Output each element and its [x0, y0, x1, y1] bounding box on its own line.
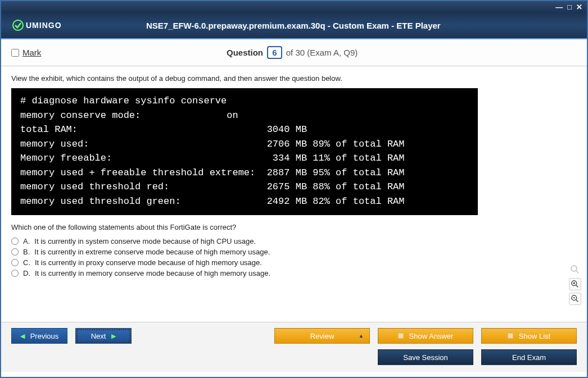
zoom-out-icon[interactable] — [569, 293, 581, 305]
save-session-button[interactable]: Save Session — [378, 349, 473, 365]
triangle-up-icon: ▲ — [359, 333, 364, 339]
svg-line-4 — [576, 285, 578, 288]
footer: ◀Previous Next▶ Review▲ Show Answer Show… — [1, 322, 587, 372]
radio-c[interactable] — [11, 259, 19, 266]
show-list-button[interactable]: Show List — [481, 328, 577, 344]
app-header: UMINGO NSE7_EFW-6.0.prepaway.premium.exa… — [1, 12, 587, 39]
option-letter: C. — [23, 258, 30, 267]
svg-line-8 — [576, 300, 578, 302]
option-text: It is currently in proxy conserve mode b… — [35, 258, 262, 267]
question-header: Mark Question 6 of 30 (Exam A, Q9) — [1, 39, 587, 66]
minimize-icon[interactable]: — — [555, 3, 563, 11]
btn-label: Show Answer — [409, 332, 454, 340]
chevron-left-icon: ◀ — [20, 333, 25, 340]
option-text: It is currently in system conserve mode … — [34, 237, 256, 245]
svg-point-1 — [571, 266, 577, 271]
logo-text: UMINGO — [26, 21, 62, 30]
stop-icon — [508, 333, 513, 339]
zoom-in-icon[interactable] — [569, 278, 581, 290]
btn-label: Review — [310, 332, 334, 340]
option-text: It is currently in extreme conserve mode… — [34, 248, 270, 256]
zoom-controls — [569, 263, 581, 305]
radio-d[interactable] — [11, 270, 19, 277]
chevron-right-icon: ▶ — [111, 333, 116, 340]
btn-label: Previous — [30, 332, 59, 340]
stop-icon — [398, 333, 404, 339]
btn-label: Show List — [519, 332, 550, 340]
question-content: View the exhibit, which contains the out… — [1, 66, 587, 322]
next-button[interactable]: Next▶ — [75, 328, 132, 344]
question-label: Question — [227, 48, 263, 57]
exhibit-terminal: # diagnose hardware sysinfo conserve mem… — [11, 88, 478, 215]
svg-point-0 — [13, 20, 23, 30]
end-exam-button[interactable]: End Exam — [481, 349, 577, 365]
answer-options: A. It is currently in system conserve mo… — [11, 237, 577, 277]
mark-label[interactable]: Mark — [22, 48, 41, 57]
show-answer-button[interactable]: Show Answer — [378, 328, 473, 344]
review-button[interactable]: Review▲ — [274, 328, 370, 344]
checkmark-icon — [12, 20, 24, 31]
btn-label: Next — [91, 332, 106, 340]
option-a[interactable]: A. It is currently in system conserve mo… — [11, 237, 577, 245]
svg-line-2 — [576, 271, 578, 273]
option-c[interactable]: C. It is currently in proxy conserve mod… — [11, 258, 577, 267]
previous-button[interactable]: ◀Previous — [11, 328, 67, 344]
question-intro: View the exhibit, which contains the out… — [11, 74, 577, 83]
option-letter: D. — [23, 269, 30, 277]
maximize-icon[interactable]: □ — [567, 3, 572, 11]
mark-checkbox[interactable] — [11, 49, 19, 57]
question-prompt: Which one of the following statements ab… — [11, 223, 577, 231]
option-d[interactable]: D. It is currently in memory conserve mo… — [11, 269, 577, 277]
option-letter: B. — [23, 248, 30, 256]
option-letter: A. — [23, 237, 30, 245]
option-text: It is currently in memory conserve mode … — [35, 269, 270, 277]
radio-a[interactable] — [11, 238, 19, 245]
option-b[interactable]: B. It is currently in extreme conserve m… — [11, 248, 577, 256]
app-logo: UMINGO — [12, 20, 62, 31]
radio-b[interactable] — [11, 248, 19, 256]
question-counter: Question 6 of 30 (Exam A, Q9) — [41, 46, 543, 59]
search-icon[interactable] — [569, 263, 581, 276]
window-titlebar: — □ ✕ — [1, 1, 587, 12]
question-number: 6 — [267, 46, 282, 59]
question-total: of 30 (Exam A, Q9) — [286, 48, 358, 57]
window-title: NSE7_EFW-6.0.prepaway.premium.exam.30q -… — [62, 21, 525, 30]
close-icon[interactable]: ✕ — [576, 3, 582, 11]
